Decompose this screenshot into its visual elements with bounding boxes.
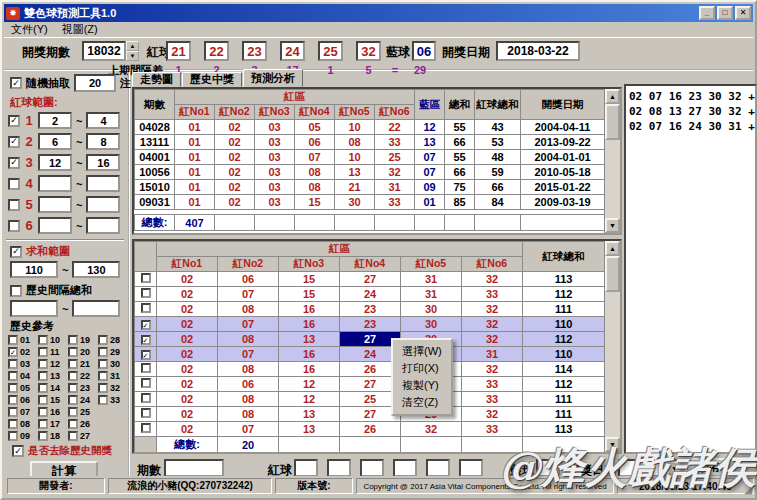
red-ball-cell[interactable]: 16	[279, 302, 340, 317]
scroll-track[interactable]	[605, 140, 620, 218]
predict-scrollbar[interactable]: ▲ ▼	[604, 241, 620, 452]
red-sum-cell[interactable]: 112	[523, 377, 604, 392]
row-select-cell[interactable]: ✓	[135, 332, 157, 347]
scroll-down-icon[interactable]: ▼	[605, 218, 620, 233]
combo-arrow-icon[interactable]: ▼	[667, 461, 682, 475]
row-checkbox[interactable]	[141, 378, 151, 388]
red-sum-cell[interactable]: 110	[523, 317, 604, 332]
red-ball-cell[interactable]: 02	[157, 317, 218, 332]
history-number-checkbox[interactable]	[68, 371, 78, 381]
red-sum-cell[interactable]: 111	[523, 407, 604, 422]
history-number-checkbox[interactable]	[38, 395, 48, 405]
scroll-thumb[interactable]	[605, 256, 620, 292]
range-max-input[interactable]	[86, 217, 120, 234]
red-ball-cell[interactable]: 02	[157, 392, 218, 407]
entry-period-input[interactable]	[164, 459, 224, 477]
history-number-checkbox[interactable]	[98, 395, 108, 405]
random-pick-count-input[interactable]: 20	[74, 74, 116, 92]
red-ball-cell[interactable]: 02	[157, 347, 218, 362]
range-max-input[interactable]	[86, 196, 120, 213]
red-ball-cell[interactable]: 33	[462, 287, 523, 302]
range-checkbox[interactable]	[8, 199, 20, 211]
red-ball-cell[interactable]: 32	[462, 272, 523, 287]
red-ball-cell[interactable]: 16	[279, 317, 340, 332]
entry-date-combobox[interactable]: ▼	[618, 459, 684, 477]
history-number-checkbox[interactable]	[8, 371, 18, 381]
history-number-checkbox[interactable]	[38, 419, 48, 429]
red-ball-cell[interactable]: 07	[218, 347, 279, 362]
history-number-checkbox[interactable]	[8, 431, 18, 441]
range-max-input[interactable]: 4	[86, 112, 120, 129]
row-select-cell[interactable]	[135, 302, 157, 317]
context-menu-item-4[interactable]: 清空(Z)	[393, 394, 451, 411]
row-select-cell[interactable]	[135, 392, 157, 407]
history-number-checkbox[interactable]	[68, 383, 78, 393]
red-ball-input[interactable]: 25	[318, 41, 343, 61]
range-min-input[interactable]: 12	[38, 154, 72, 171]
red-ball-cell[interactable]: 08	[218, 407, 279, 422]
history-number-checkbox[interactable]	[68, 431, 78, 441]
red-ball-cell[interactable]: 02	[157, 422, 218, 437]
red-ball-cell[interactable]: 32	[462, 407, 523, 422]
red-ball-cell[interactable]: 30	[401, 302, 462, 317]
red-sum-cell[interactable]: 114	[523, 362, 604, 377]
spin-down-icon[interactable]: ▼	[126, 51, 139, 61]
red-ball-cell[interactable]: 30	[401, 317, 462, 332]
history-number-checkbox[interactable]	[38, 335, 48, 345]
row-checkbox[interactable]: ✓	[141, 320, 151, 330]
red-ball-cell[interactable]: 33	[462, 377, 523, 392]
range-min-input[interactable]	[38, 175, 72, 192]
range-min-input[interactable]: 2	[38, 112, 72, 129]
entry-red-input[interactable]	[393, 459, 417, 477]
row-select-cell[interactable]	[135, 272, 157, 287]
close-button[interactable]: ✕	[735, 6, 751, 20]
tab-3[interactable]: 預測分析	[243, 69, 303, 87]
result-list[interactable]: 02 07 16 23 30 32 +0302 08 13 27 30 32 +…	[624, 84, 757, 454]
spin-up-icon[interactable]: ▲	[126, 41, 139, 51]
scroll-thumb[interactable]	[605, 104, 620, 140]
red-ball-cell[interactable]: 33	[462, 392, 523, 407]
row-checkbox[interactable]	[141, 273, 151, 283]
red-ball-cell[interactable]: 23	[340, 317, 401, 332]
random-pick-checkbox[interactable]: ✓	[10, 77, 22, 89]
history-scrollbar[interactable]: ▲ ▼	[604, 89, 620, 233]
red-sum-cell[interactable]: 113	[523, 272, 604, 287]
range-max-input[interactable]: 16	[86, 154, 120, 171]
tab-1[interactable]: 走勢圖	[132, 72, 181, 87]
scroll-up-icon[interactable]: ▲	[605, 89, 620, 104]
scroll-down-icon[interactable]: ▼	[605, 437, 620, 452]
row-checkbox[interactable]	[141, 423, 151, 433]
history-number-checkbox[interactable]	[98, 359, 108, 369]
minimize-button[interactable]: _	[699, 6, 715, 20]
period-spinner[interactable]: ▲ ▼	[126, 41, 139, 61]
blue-ball-input[interactable]: 06	[412, 41, 436, 61]
red-ball-cell[interactable]: 12	[279, 392, 340, 407]
range-max-input[interactable]: 8	[86, 133, 120, 150]
red-sum-cell[interactable]: 112	[523, 287, 604, 302]
history-number-checkbox[interactable]	[68, 407, 78, 417]
range-checkbox[interactable]: ✓	[8, 136, 20, 148]
red-ball-cell[interactable]: 08	[218, 392, 279, 407]
red-ball-cell[interactable]: 02	[157, 272, 218, 287]
red-ball-cell[interactable]: 06	[218, 272, 279, 287]
red-ball-cell[interactable]: 31	[462, 347, 523, 362]
red-ball-cell[interactable]: 16	[279, 362, 340, 377]
entry-red-input[interactable]	[426, 459, 450, 477]
row-select-cell[interactable]	[135, 362, 157, 377]
history-number-checkbox[interactable]	[8, 383, 18, 393]
red-ball-cell[interactable]: 26	[340, 422, 401, 437]
entry-blue-input[interactable]	[536, 459, 560, 477]
title-bar[interactable]: ✸ 雙色球預測工具1.0 _ □ ✕	[4, 4, 753, 22]
red-ball-input[interactable]: 24	[280, 41, 305, 61]
red-ball-cell[interactable]: 06	[218, 377, 279, 392]
red-ball-cell[interactable]: 32	[401, 422, 462, 437]
red-ball-cell[interactable]: 07	[218, 317, 279, 332]
history-number-checkbox[interactable]: ✓	[8, 347, 18, 357]
row-select-cell[interactable]	[135, 422, 157, 437]
row-select-cell[interactable]	[135, 407, 157, 422]
entry-red-input[interactable]	[327, 459, 351, 477]
history-gap-max-input[interactable]	[72, 300, 120, 317]
entry-red-input[interactable]	[459, 459, 483, 477]
history-number-checkbox[interactable]	[68, 335, 78, 345]
red-ball-input[interactable]: 23	[242, 41, 267, 61]
